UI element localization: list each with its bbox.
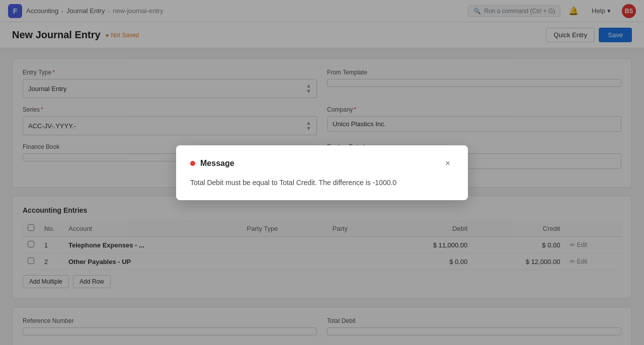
- message-modal: Message × Total Debit must be equal to T…: [176, 145, 468, 200]
- modal-header: Message ×: [190, 157, 454, 169]
- modal-title: Message: [200, 159, 234, 168]
- modal-close-button[interactable]: ×: [442, 157, 454, 169]
- modal-body: Total Debit must be equal to Total Credi…: [190, 178, 454, 188]
- modal-dot: [190, 161, 195, 166]
- modal-overlay[interactable]: Message × Total Debit must be equal to T…: [0, 0, 644, 345]
